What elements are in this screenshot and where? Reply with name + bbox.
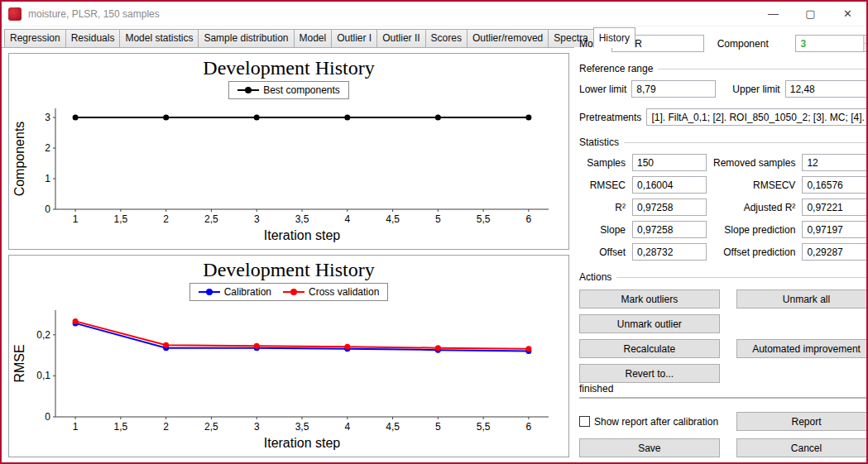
main-area: Regression Residuals Model statistics Sa… — [2, 26, 866, 462]
upper-limit-label: Upper limit — [732, 84, 779, 95]
x-axis-label: Iteration step — [264, 436, 341, 450]
svg-text:3,5: 3,5 — [295, 421, 309, 433]
actions-buttons: Mark outliers Unmark all Unmark outlier … — [579, 289, 868, 383]
components-history-chart: Development History Best components 11,5… — [8, 53, 569, 250]
spinner-buttons: ▲ ▼ — [863, 36, 868, 51]
series-best-components — [73, 115, 532, 121]
tab-residuals[interactable]: Residuals — [65, 29, 121, 47]
removed-samples-field[interactable]: 12 — [802, 154, 868, 171]
svg-text:1: 1 — [73, 421, 79, 433]
legend-marker-icon — [283, 291, 305, 293]
tab-model[interactable]: Model — [294, 29, 333, 47]
slope-field[interactable]: 0,97258 — [632, 221, 707, 238]
svg-text:0: 0 — [45, 411, 50, 423]
offset-field[interactable]: 0,28732 — [632, 243, 707, 261]
mark-outliers-button[interactable]: Mark outliers — [579, 289, 720, 309]
show-report-checkbox[interactable] — [579, 416, 590, 427]
svg-text:5: 5 — [435, 213, 441, 225]
maximize-button[interactable]: ▢ — [792, 2, 829, 26]
svg-text:2,5: 2,5 — [204, 213, 218, 225]
legend-label: Cross validation — [309, 286, 379, 298]
automated-improvement-button[interactable]: Automated improvement — [736, 339, 868, 358]
tab-bar: Regression Residuals Model statistics Sa… — [2, 26, 574, 48]
spinner-up-icon[interactable]: ▲ — [863, 36, 868, 44]
svg-text:4: 4 — [344, 213, 350, 225]
legend-label: Best components — [263, 84, 340, 96]
window-title: moisture, PLSR, 150 samples — [28, 8, 160, 20]
slope-prediction-field[interactable]: 0,97197 — [802, 221, 868, 238]
svg-text:1: 1 — [73, 213, 79, 225]
unmark-outlier-button[interactable]: Unmark outlier — [579, 314, 720, 333]
cancel-button[interactable]: Cancel — [736, 438, 868, 457]
svg-text:6: 6 — [526, 213, 532, 225]
reference-range-label: Reference range — [579, 63, 653, 74]
svg-text:0,1: 0,1 — [36, 370, 50, 381]
minimize-button[interactable]: — — [755, 2, 792, 26]
adjusted-r2-label: Adjusted R² — [713, 202, 795, 213]
samples-field[interactable]: 150 — [632, 154, 707, 171]
samples-label: Samples — [579, 157, 626, 169]
save-row: Save Cancel — [579, 438, 868, 457]
tab-model-statistics[interactable]: Model statistics — [119, 29, 199, 47]
group-divider — [624, 142, 868, 143]
legend-row: CalibrationCross validation — [12, 283, 565, 301]
tab-scores[interactable]: Scores — [425, 29, 468, 47]
legend-marker-icon — [237, 89, 259, 91]
save-button[interactable]: Save — [579, 438, 720, 457]
unmark-all-button[interactable]: Unmark all — [736, 289, 868, 309]
charts-area: Development History Best components 11,5… — [2, 48, 574, 462]
chart-legend: Best components — [228, 81, 349, 99]
statistics-grid: Samples 150 Removed samples 12 RMSEC 0,1… — [579, 154, 868, 261]
component-label: Component — [717, 38, 769, 50]
adjusted-r2-field[interactable]: 0,97221 — [802, 199, 868, 216]
status-text: finished — [579, 383, 868, 395]
y-axis-label: RMSE — [12, 344, 26, 382]
series-cross-validation — [73, 318, 532, 352]
svg-text:1: 1 — [45, 173, 50, 184]
report-button[interactable]: Report — [736, 412, 868, 431]
tab-outlier-removed[interactable]: Outlier/removed — [467, 29, 549, 47]
upper-limit-field[interactable]: 12,48 — [785, 80, 868, 98]
app-icon — [8, 7, 22, 21]
spinner-down-icon[interactable]: ▼ — [863, 44, 868, 51]
revert-to-button[interactable]: Revert to... — [579, 364, 720, 383]
x-axis-label: Iteration step — [264, 228, 341, 242]
svg-text:2,5: 2,5 — [204, 421, 218, 433]
svg-text:1,5: 1,5 — [114, 213, 128, 225]
svg-text:2: 2 — [163, 421, 169, 433]
actions-label: Actions — [579, 271, 611, 283]
axes: 11,522,533,544,555,5600,10,2 — [36, 310, 549, 433]
rmsec-field[interactable]: 0,16004 — [632, 176, 707, 194]
recalculate-button[interactable]: Recalculate — [579, 339, 720, 358]
tab-history[interactable]: History — [593, 27, 635, 48]
chart-title: Development History — [12, 55, 565, 80]
tab-regression[interactable]: Regression — [4, 29, 66, 47]
series-calibration — [73, 320, 532, 354]
svg-text:3: 3 — [45, 112, 50, 123]
tab-outlier-ii[interactable]: Outlier II — [376, 29, 425, 47]
svg-text:1,5: 1,5 — [114, 421, 128, 433]
r2-field[interactable]: 0,97258 — [632, 199, 707, 216]
component-spinner[interactable]: 3 ▲ ▼ — [795, 35, 868, 52]
close-button[interactable]: ✕ — [829, 2, 866, 26]
legend-marker-icon — [199, 291, 220, 293]
r2-label: R² — [579, 202, 626, 213]
rmse-history-chart: Development History CalibrationCross val… — [8, 255, 569, 457]
tab-outlier-i[interactable]: Outlier I — [331, 29, 377, 47]
group-divider — [616, 277, 868, 278]
svg-text:5,5: 5,5 — [477, 421, 491, 433]
y-axis-label: Components — [12, 122, 26, 197]
svg-text:5,5: 5,5 — [477, 213, 491, 225]
svg-text:4,5: 4,5 — [386, 213, 400, 225]
grid-spacer — [736, 314, 868, 333]
svg-text:3: 3 — [254, 213, 260, 225]
report-row: Show report after calibration Report — [579, 412, 868, 431]
tab-sample-distribution[interactable]: Sample distribution — [198, 29, 294, 47]
group-divider — [658, 69, 868, 69]
pretreatments-field[interactable]: [1]. FiltA_0,1; [2]. ROI_850_1050_2; [3]… — [646, 108, 868, 126]
offset-prediction-field[interactable]: 0,29287 — [802, 243, 868, 261]
svg-text:4: 4 — [344, 421, 350, 433]
lower-limit-field[interactable]: 8,79 — [631, 80, 716, 98]
rmsecv-field[interactable]: 0,16576 — [802, 176, 868, 194]
axes: 11,522,533,544,555,560123 — [45, 108, 549, 225]
